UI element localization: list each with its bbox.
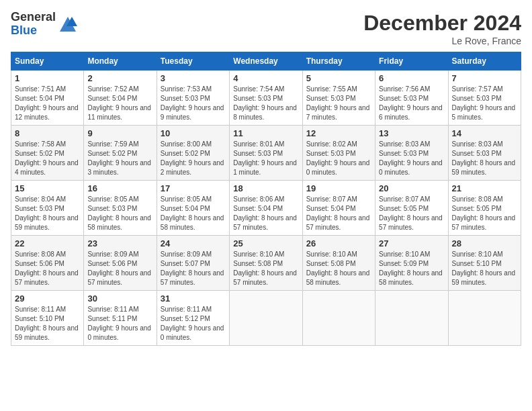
day-number: 28: [452, 238, 517, 248]
day-number: 2: [87, 73, 152, 83]
day-info: Sunrise: 8:11 AM Sunset: 5:11 PM Dayligh…: [87, 305, 152, 342]
table-row: 2 Sunrise: 7:52 AM Sunset: 5:04 PM Dayli…: [84, 71, 157, 126]
table-row: [302, 291, 375, 346]
table-row: 7 Sunrise: 7:57 AM Sunset: 5:03 PM Dayli…: [448, 71, 521, 126]
table-row: 10 Sunrise: 8:00 AM Sunset: 5:02 PM Dayl…: [157, 126, 229, 181]
table-row: 4 Sunrise: 7:54 AM Sunset: 5:03 PM Dayli…: [230, 71, 302, 126]
day-info: Sunrise: 8:10 AM Sunset: 5:08 PM Dayligh…: [306, 250, 371, 287]
table-row: 24 Sunrise: 8:09 AM Sunset: 5:07 PM Dayl…: [157, 236, 229, 291]
logo: General Blue: [11, 11, 77, 38]
logo-general: General: [11, 11, 56, 24]
table-row: 12 Sunrise: 8:02 AM Sunset: 5:03 PM Dayl…: [302, 126, 375, 181]
header-sunday: Sunday: [11, 52, 84, 71]
day-number: 8: [15, 128, 80, 138]
day-number: 16: [87, 183, 152, 193]
day-info: Sunrise: 8:06 AM Sunset: 5:04 PM Dayligh…: [233, 195, 298, 232]
table-row: 6 Sunrise: 7:56 AM Sunset: 5:03 PM Dayli…: [375, 71, 448, 126]
table-row: 26 Sunrise: 8:10 AM Sunset: 5:08 PM Dayl…: [302, 236, 375, 291]
day-info: Sunrise: 7:53 AM Sunset: 5:03 PM Dayligh…: [161, 85, 226, 122]
day-number: 4: [233, 73, 298, 83]
day-number: 10: [161, 128, 226, 138]
day-info: Sunrise: 8:07 AM Sunset: 5:04 PM Dayligh…: [306, 195, 371, 232]
day-info: Sunrise: 8:09 AM Sunset: 5:07 PM Dayligh…: [161, 250, 226, 287]
day-info: Sunrise: 8:09 AM Sunset: 5:06 PM Dayligh…: [87, 250, 152, 287]
day-number: 13: [379, 128, 444, 138]
day-info: Sunrise: 8:03 AM Sunset: 5:03 PM Dayligh…: [452, 140, 517, 177]
day-info: Sunrise: 8:01 AM Sunset: 5:03 PM Dayligh…: [233, 140, 298, 177]
table-row: 8 Sunrise: 7:58 AM Sunset: 5:02 PM Dayli…: [11, 126, 84, 181]
table-row: [375, 291, 448, 346]
day-number: 3: [161, 73, 226, 83]
header-monday: Monday: [84, 52, 157, 71]
day-info: Sunrise: 8:08 AM Sunset: 5:05 PM Dayligh…: [452, 195, 517, 232]
table-row: 14 Sunrise: 8:03 AM Sunset: 5:03 PM Dayl…: [448, 126, 521, 181]
day-number: 19: [306, 183, 371, 193]
table-row: 30 Sunrise: 8:11 AM Sunset: 5:11 PM Dayl…: [84, 291, 157, 346]
logo-icon: [58, 15, 77, 34]
day-info: Sunrise: 8:04 AM Sunset: 5:03 PM Dayligh…: [15, 195, 80, 232]
day-info: Sunrise: 7:57 AM Sunset: 5:03 PM Dayligh…: [452, 85, 517, 122]
day-number: 29: [15, 293, 80, 304]
day-info: Sunrise: 8:11 AM Sunset: 5:12 PM Dayligh…: [161, 305, 226, 342]
day-info: Sunrise: 7:58 AM Sunset: 5:02 PM Dayligh…: [15, 140, 80, 177]
table-row: 17 Sunrise: 8:05 AM Sunset: 5:04 PM Dayl…: [157, 181, 229, 236]
day-number: 17: [161, 183, 226, 193]
table-row: 5 Sunrise: 7:55 AM Sunset: 5:03 PM Dayli…: [302, 71, 375, 126]
day-info: Sunrise: 8:02 AM Sunset: 5:03 PM Dayligh…: [306, 140, 371, 177]
table-row: 19 Sunrise: 8:07 AM Sunset: 5:04 PM Dayl…: [302, 181, 375, 236]
day-info: Sunrise: 7:55 AM Sunset: 5:03 PM Dayligh…: [306, 85, 371, 122]
day-number: 30: [87, 293, 152, 304]
table-row: 31 Sunrise: 8:11 AM Sunset: 5:12 PM Dayl…: [157, 291, 229, 346]
day-number: 21: [452, 183, 517, 193]
month-title: December 2024: [363, 11, 521, 36]
calendar-table: Sunday Monday Tuesday Wednesday Thursday…: [11, 52, 521, 346]
table-row: 25 Sunrise: 8:10 AM Sunset: 5:08 PM Dayl…: [230, 236, 302, 291]
table-row: 18 Sunrise: 8:06 AM Sunset: 5:04 PM Dayl…: [230, 181, 302, 236]
day-number: 24: [161, 238, 226, 248]
table-row: 22 Sunrise: 8:08 AM Sunset: 5:06 PM Dayl…: [11, 236, 84, 291]
header-tuesday: Tuesday: [157, 52, 229, 71]
day-info: Sunrise: 8:10 AM Sunset: 5:08 PM Dayligh…: [233, 250, 298, 287]
day-number: 27: [379, 238, 444, 248]
day-number: 26: [306, 238, 371, 248]
table-row: 11 Sunrise: 8:01 AM Sunset: 5:03 PM Dayl…: [230, 126, 302, 181]
day-number: 11: [233, 128, 298, 138]
day-number: 20: [379, 183, 444, 193]
logo-text: General Blue: [11, 11, 56, 38]
day-number: 5: [306, 73, 371, 83]
title-block: December 2024 Le Rove, France: [363, 11, 521, 46]
day-info: Sunrise: 7:51 AM Sunset: 5:04 PM Dayligh…: [15, 85, 80, 122]
table-row: 29 Sunrise: 8:11 AM Sunset: 5:10 PM Dayl…: [11, 291, 84, 346]
day-info: Sunrise: 8:05 AM Sunset: 5:03 PM Dayligh…: [87, 195, 152, 232]
page-header: General Blue December 2024 Le Rove, Fran…: [11, 11, 521, 46]
table-row: [448, 291, 521, 346]
table-row: 21 Sunrise: 8:08 AM Sunset: 5:05 PM Dayl…: [448, 181, 521, 236]
day-number: 9: [87, 128, 152, 138]
header-friday: Friday: [375, 52, 448, 71]
day-info: Sunrise: 8:03 AM Sunset: 5:03 PM Dayligh…: [379, 140, 444, 177]
table-row: 16 Sunrise: 8:05 AM Sunset: 5:03 PM Dayl…: [84, 181, 157, 236]
day-number: 14: [452, 128, 517, 138]
header-row: Sunday Monday Tuesday Wednesday Thursday…: [11, 52, 521, 71]
table-row: [230, 291, 302, 346]
header-saturday: Saturday: [448, 52, 521, 71]
location: Le Rove, France: [363, 36, 521, 46]
day-number: 23: [87, 238, 152, 248]
day-number: 12: [306, 128, 371, 138]
day-info: Sunrise: 7:52 AM Sunset: 5:04 PM Dayligh…: [87, 85, 152, 122]
table-row: 20 Sunrise: 8:07 AM Sunset: 5:05 PM Dayl…: [375, 181, 448, 236]
day-info: Sunrise: 8:10 AM Sunset: 5:10 PM Dayligh…: [452, 250, 517, 287]
day-info: Sunrise: 7:56 AM Sunset: 5:03 PM Dayligh…: [379, 85, 444, 122]
day-number: 22: [15, 238, 80, 248]
header-wednesday: Wednesday: [230, 52, 302, 71]
day-info: Sunrise: 8:05 AM Sunset: 5:04 PM Dayligh…: [161, 195, 226, 232]
table-row: 23 Sunrise: 8:09 AM Sunset: 5:06 PM Dayl…: [84, 236, 157, 291]
day-number: 25: [233, 238, 298, 248]
table-row: 28 Sunrise: 8:10 AM Sunset: 5:10 PM Dayl…: [448, 236, 521, 291]
day-number: 15: [15, 183, 80, 193]
day-info: Sunrise: 7:54 AM Sunset: 5:03 PM Dayligh…: [233, 85, 298, 122]
table-row: 27 Sunrise: 8:10 AM Sunset: 5:09 PM Dayl…: [375, 236, 448, 291]
day-number: 31: [161, 293, 226, 304]
day-info: Sunrise: 8:08 AM Sunset: 5:06 PM Dayligh…: [15, 250, 80, 287]
day-number: 18: [233, 183, 298, 193]
